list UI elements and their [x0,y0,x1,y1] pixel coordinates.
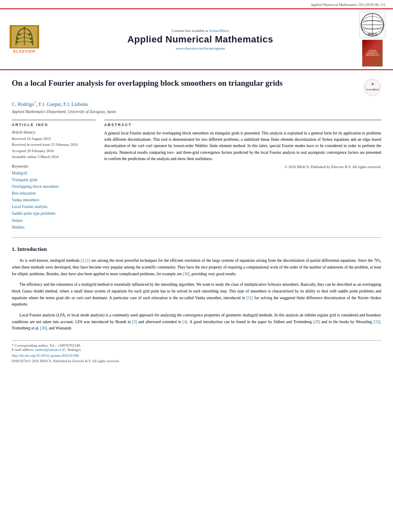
elsevier-tree-icon [10,25,39,48]
footnote-star: * Corresponding author. Tel.: +349767621… [12,343,81,348]
keyword-saddle[interactable]: Saddle point type problems [12,210,96,217]
svg-point-12 [16,41,18,43]
keyword-triangular-grids[interactable]: Triangular grids [12,176,96,183]
keywords-label: Keywords: [12,164,96,169]
keyword-multigrid[interactable]: Multigrid [12,170,96,176]
ref-30[interactable]: [30] [183,272,190,276]
author-gaspar[interactable]: F.J. Gaspar [39,101,61,107]
keywords-list: Multigrid Triangular grids Overlapping b… [12,170,96,231]
copyright-line: © 2016 IMACS. Published by Elsevier B.V.… [104,165,381,169]
ref-3-11[interactable]: [3,11] [81,258,90,263]
author-lisbona[interactable]: F.J. Lisbona [63,101,88,107]
article-info-col: ARTICLE INFO Article history: Received 1… [12,120,96,231]
ref-4[interactable]: [4] [183,320,187,324]
svg-text:CrossMark: CrossMark [366,88,379,91]
svg-point-14 [23,27,26,29]
revised-date: Received in revised form 22 February 201… [12,142,96,147]
svg-point-10 [16,37,19,40]
journal-header: ELSEVIER Contents lists available at Sci… [0,8,393,70]
intro-para-2: The efficiency and the robustness of a m… [12,282,381,308]
received-date: Received 16 August 2015 [12,136,96,142]
journal-cover-thumb: APPLIEDNUMERICALMATHEMATICS [362,40,383,67]
journal-center: Contents lists available at ScienceDirec… [45,29,355,50]
journal-title: Applied Numerical Mathematics [45,34,355,45]
email-address[interactable]: carmen@unizar.es [35,348,61,352]
keyword-nedelec[interactable]: Nédélec [12,224,96,231]
svg-point-11 [30,37,32,40]
ref-33[interactable]: [33] [374,320,380,324]
paper-title-text: On a local Fourier analysis for overlapp… [12,78,359,89]
paper-title-block: On a local Fourier analysis for overlapp… [12,78,381,96]
svg-point-8 [18,33,21,36]
abstract-text: A general local Fourier analysis for ove… [104,130,381,162]
body-content: 1. Introduction As is well-known, multig… [12,245,381,332]
email-suffix: (C. Rodrigo). [62,348,82,352]
keyword-vanka[interactable]: Vanka smoothers [12,197,96,203]
sciencedirect-line: Contents lists available at ScienceDirec… [45,29,355,33]
authors-line: C. Rodrigo*, F.J. Gaspar, F.J. Lisbona [12,100,381,108]
doi-link[interactable]: http://dx.doi.org/10.1016/j.apnum.2016.0… [12,353,79,358]
journal-citation: Applied Numerical Mathematics 105 (2016)… [0,0,393,8]
crossmark-badge[interactable]: ✚ CrossMark [364,79,381,96]
keyword-stokes[interactable]: Stokes [12,217,96,224]
keyword-overlapping[interactable]: Overlapping block smoothers [12,183,96,190]
journal-logos-right: IMACS APPLIEDNUMERICALMATHEMATICS [359,12,385,67]
svg-text:IMACS: IMACS [368,33,377,36]
history-label: Article history: [12,130,96,134]
keyword-box-relaxation[interactable]: Box-relaxation [12,190,96,197]
intro-para-3: Local Fourier analysis (LFA, or local mo… [12,312,381,332]
available-date: Available online 3 March 2016 [12,154,96,160]
intro-heading: 1. Introduction [12,245,381,253]
journal-url[interactable]: www.elsevier.com/locate/apnum [45,46,355,50]
svg-point-9 [28,33,31,36]
email-line: E-mail address: carmen@unizar.es (C. Rod… [12,348,381,352]
article-info-abstract-cols: ARTICLE INFO Article history: Received 1… [12,120,381,231]
section-divider [12,237,381,238]
keyword-lfa[interactable]: Local Fourier analysis [12,203,96,210]
accepted-date: Accepted 29 February 2016 [12,148,96,154]
svg-text:✚: ✚ [371,82,374,86]
intro-para-1: As is well-known, multigrid methods [3,1… [12,258,381,277]
affiliation: Applied Mathematics Department, Universi… [12,110,381,114]
elsevier-logo: ELSEVIER [8,25,41,53]
page-footer: * Corresponding author. Tel.: +349767621… [12,340,381,363]
main-content: On a local Fourier analysis for overlapp… [0,70,393,371]
ref-32[interactable]: [32] [246,296,253,300]
author-rodrigo[interactable]: C. Rodrigo [12,101,34,107]
ref-3[interactable]: [3] [132,320,137,324]
imacs-logo: IMACS [359,12,385,38]
sciencedirect-link[interactable]: ScienceDirect [209,29,229,33]
footnote-star-line: * Corresponding author. Tel.: +349767621… [12,343,381,348]
ref-30b[interactable]: [30] [40,326,47,330]
issn-line: 0168-9274/© 2016 IMACS. Published by Els… [12,359,381,363]
ref-29[interactable]: [29] [313,320,320,324]
article-info-label: ARTICLE INFO [12,123,96,127]
abstract-label: ABSTRACT [104,123,381,127]
abstract-col: ABSTRACT A general local Fourier analysi… [104,120,381,231]
email-label: E-mail address: [12,348,34,352]
text-and: and [49,326,55,330]
svg-point-13 [31,41,33,43]
elsevier-wordmark: ELSEVIER [13,49,36,53]
